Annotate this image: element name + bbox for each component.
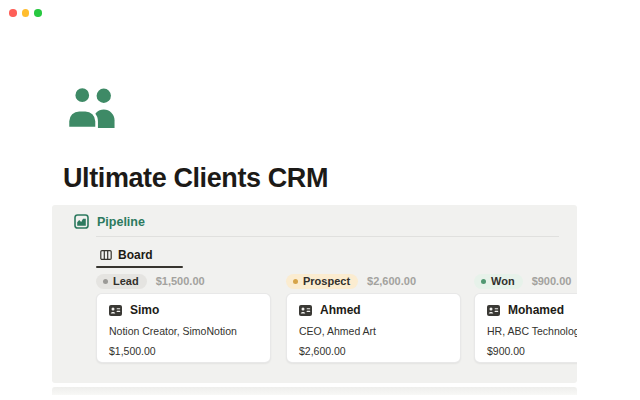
column-header: Prospect $2,600.00 bbox=[286, 273, 461, 289]
pipeline-header[interactable]: Pipeline bbox=[74, 214, 145, 229]
crm-card[interactable]: Ahmed CEO, Ahmed Art $2,600.00 bbox=[286, 293, 461, 363]
contact-card-icon bbox=[487, 305, 500, 316]
page-title: Ultimate Clients CRM bbox=[63, 163, 328, 194]
tab-board-label: Board bbox=[118, 248, 153, 262]
contact-card-icon bbox=[299, 305, 312, 316]
card-subtitle: CEO, Ahmed Art bbox=[299, 325, 448, 337]
column-sum: $1,500.00 bbox=[156, 275, 205, 287]
column-header: Lead $1,500.00 bbox=[96, 273, 271, 289]
column-sum: $900.00 bbox=[532, 275, 572, 287]
status-dot-icon bbox=[103, 279, 108, 284]
minimize-window-button[interactable] bbox=[22, 9, 30, 17]
crm-card[interactable]: Simo Notion Creator, SimoNotion $1,500.0… bbox=[96, 293, 271, 363]
board-column-prospect: Prospect $2,600.00 Ahmed CEO, Ahmed Art bbox=[286, 273, 461, 363]
card-name: Mohamed bbox=[508, 303, 564, 317]
people-icon bbox=[66, 86, 118, 128]
notion-window: Ultimate Clients CRM Pipeline Board bbox=[0, 0, 640, 400]
active-tab-indicator bbox=[96, 266, 183, 268]
column-header: Won $900.00 bbox=[474, 273, 577, 289]
zoom-window-button[interactable] bbox=[34, 9, 42, 17]
pipeline-title: Pipeline bbox=[97, 215, 145, 229]
card-subtitle: HR, ABC Technology bbox=[487, 325, 577, 337]
status-pill[interactable]: Lead bbox=[96, 274, 147, 289]
close-window-button[interactable] bbox=[9, 9, 17, 17]
next-section-peek bbox=[52, 387, 577, 395]
chart-icon bbox=[74, 214, 89, 229]
card-subtitle: Notion Creator, SimoNotion bbox=[109, 325, 258, 337]
status-label: Won bbox=[491, 275, 515, 287]
card-amount: $900.00 bbox=[487, 345, 577, 357]
divider bbox=[96, 236, 559, 237]
contact-card-icon bbox=[109, 305, 122, 316]
card-amount: $1,500.00 bbox=[109, 345, 258, 357]
status-pill[interactable]: Prospect bbox=[286, 274, 358, 289]
traffic-lights bbox=[9, 9, 42, 17]
status-dot-icon bbox=[293, 279, 298, 284]
board-column-lead: Lead $1,500.00 Simo Notion Creator, Simo… bbox=[96, 273, 271, 363]
card-amount: $2,600.00 bbox=[299, 345, 448, 357]
status-label: Prospect bbox=[303, 275, 350, 287]
status-dot-icon bbox=[481, 279, 486, 284]
status-label: Lead bbox=[113, 275, 139, 287]
pipeline-database: Pipeline Board Lead $1,500.00 bbox=[52, 205, 577, 383]
board-icon bbox=[100, 249, 112, 261]
tab-board[interactable]: Board bbox=[96, 246, 155, 268]
status-pill[interactable]: Won bbox=[474, 274, 523, 289]
card-name: Simo bbox=[130, 303, 159, 317]
card-name: Ahmed bbox=[320, 303, 361, 317]
board-column-won: Won $900.00 Mohamed HR, ABC Technology bbox=[474, 273, 577, 363]
column-sum: $2,600.00 bbox=[367, 275, 416, 287]
crm-card[interactable]: Mohamed HR, ABC Technology $900.00 bbox=[474, 293, 577, 363]
